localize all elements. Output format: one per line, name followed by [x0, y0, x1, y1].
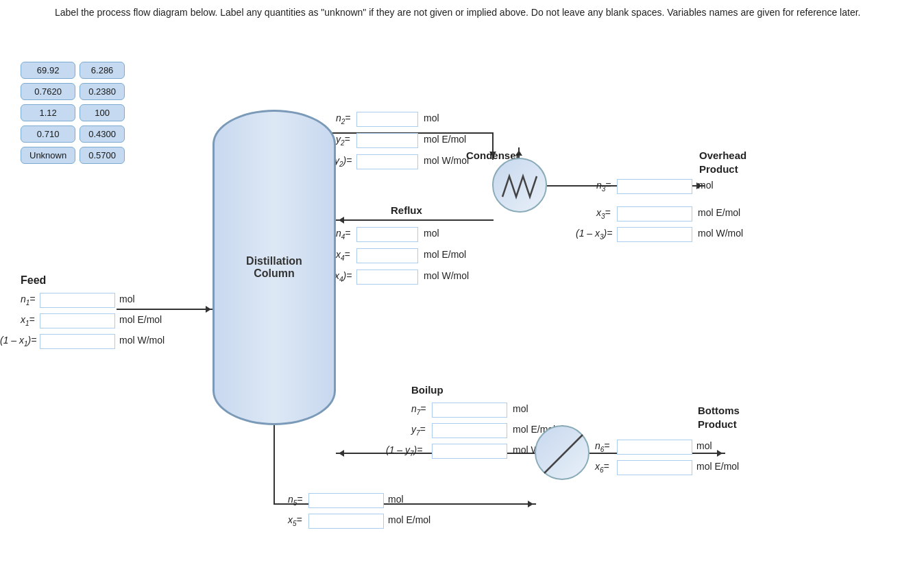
label-boilup: Boilup	[411, 384, 443, 396]
unit-1-x3: mol W/mol	[698, 228, 743, 239]
field-n3[interactable]	[617, 179, 692, 194]
label-1-x1: (1 – x1)=	[0, 335, 36, 348]
distillation-column: DistillationColumn	[212, 110, 336, 425]
val-btn-0.5700[interactable]: 0.5700	[80, 147, 125, 164]
reboiler-circle	[535, 425, 589, 480]
unit-n4-mol: mol	[424, 228, 439, 239]
field-n4[interactable]	[356, 227, 418, 242]
bottom-line-v	[273, 425, 275, 504]
field-1-x1[interactable]	[40, 334, 115, 349]
unit-x3: mol E/mol	[698, 207, 740, 218]
label-x1: x1=	[21, 314, 35, 327]
instructions: Label the process flow diagram below. La…	[55, 5, 869, 20]
label-n6: n6=	[595, 440, 610, 453]
val-btn-6.286[interactable]: 6.286	[80, 62, 125, 79]
unit-n5-mol: mol	[388, 494, 404, 505]
label-reflux: Reflux	[391, 204, 422, 216]
unit-x1: mol E/mol	[119, 314, 162, 325]
label-bottoms2: Product	[698, 418, 737, 430]
unit-n6-mol: mol	[696, 440, 712, 451]
field-x1[interactable]	[40, 313, 115, 328]
label-x6: x6=	[595, 461, 609, 474]
feed-line	[117, 309, 214, 310]
field-n6[interactable]	[617, 440, 692, 455]
field-x3[interactable]	[617, 206, 692, 221]
unit-n3-mol: mol	[698, 180, 714, 191]
unit-x6: mol E/mol	[696, 461, 739, 472]
label-feed: Feed	[21, 274, 46, 287]
val-btn-0.710[interactable]: 0.710	[21, 125, 75, 143]
unit-y2: mol E/mol	[424, 134, 466, 145]
unit-n7-mol: mol	[513, 403, 528, 414]
label-overhead2: Product	[699, 163, 738, 175]
field-1-y2[interactable]	[356, 154, 418, 169]
field-n7[interactable]	[432, 403, 507, 418]
val-btn-0.2380[interactable]: 0.2380	[80, 83, 125, 100]
label-n2: n2=	[336, 112, 351, 125]
label-n7: n7=	[411, 403, 426, 416]
value-buttons-panel: 69.92 6.286 0.7620 0.2380 1.12 100 0.710…	[21, 62, 125, 164]
label-x5: x5=	[288, 514, 302, 527]
label-x3: x3=	[596, 207, 611, 220]
val-btn-unknown[interactable]: Unknown	[21, 147, 75, 164]
field-n2[interactable]	[356, 112, 418, 127]
label-n1: n1=	[21, 294, 36, 307]
label-n4: n4=	[336, 228, 351, 241]
field-n5[interactable]	[308, 493, 384, 508]
field-1-x4[interactable]	[356, 269, 418, 285]
label-n3: n3=	[596, 180, 611, 193]
val-btn-100[interactable]: 100	[80, 104, 125, 121]
unit-n2-mol: mol	[424, 112, 439, 123]
unit-1-y2: mol W/mol	[424, 155, 469, 166]
label-y7: y7=	[411, 424, 426, 437]
val-btn-0.4300[interactable]: 0.4300	[80, 125, 125, 143]
unit-x5: mol E/mol	[388, 514, 430, 525]
label-1-y7: (1 – y7)=	[386, 444, 422, 457]
field-y7[interactable]	[432, 423, 507, 438]
label-bottoms: Bottoms	[698, 405, 740, 416]
svg-line-0	[544, 435, 583, 473]
val-btn-1.12[interactable]: 1.12	[21, 104, 75, 121]
field-x4[interactable]	[356, 248, 418, 263]
label-overhead: Overhead	[699, 149, 746, 161]
label-y2: y2=	[336, 134, 350, 147]
field-y2[interactable]	[356, 133, 418, 148]
label-1-x3: (1 – x3)=	[576, 228, 612, 241]
field-1-x3[interactable]	[617, 227, 692, 242]
condenser-circle	[492, 158, 547, 213]
field-x5[interactable]	[308, 514, 384, 529]
unit-1-x4: mol W/mol	[424, 270, 469, 281]
unit-x4: mol E/mol	[424, 249, 466, 260]
reflux-line	[336, 219, 494, 221]
val-btn-0.7620[interactable]: 0.7620	[21, 83, 75, 100]
field-1-y7[interactable]	[432, 444, 507, 459]
unit-n1-mol: mol	[119, 294, 135, 304]
label-x4: x4=	[336, 249, 350, 262]
unit-1-x1: mol W/mol	[119, 335, 165, 346]
field-n1[interactable]	[40, 293, 115, 308]
val-btn-69.92[interactable]: 69.92	[21, 62, 75, 79]
field-x6[interactable]	[617, 460, 692, 475]
label-n5: n5=	[288, 494, 303, 507]
